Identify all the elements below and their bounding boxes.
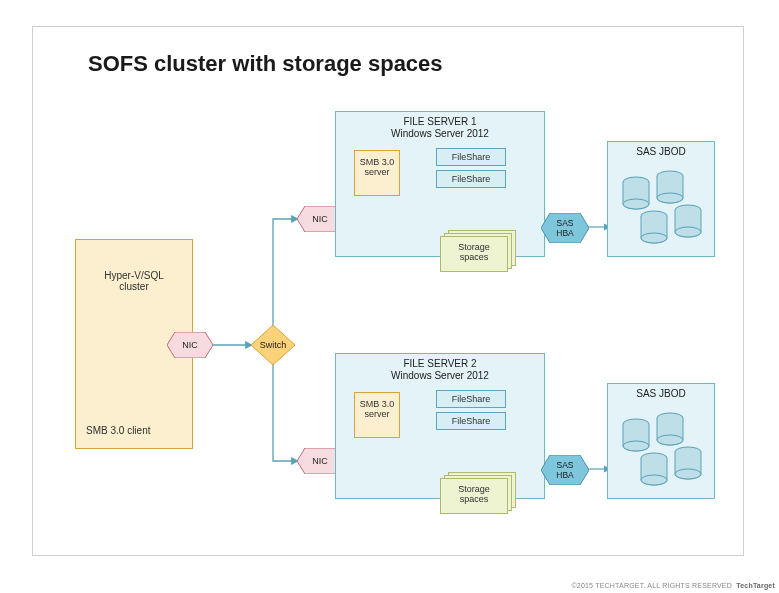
sas-hba-1: SAS HBA [541, 213, 589, 243]
svg-point-11 [657, 193, 683, 203]
svg-point-20 [623, 441, 649, 451]
storage-spaces-1: Storage spaces [440, 236, 520, 276]
svg-point-8 [623, 199, 649, 209]
server2-header: FILE SERVER 2 Windows Server 2012 [336, 354, 544, 382]
footer: ©2015 TECHTARGET. ALL RIGHTS RESERVED Te… [571, 582, 775, 589]
server1-header: FILE SERVER 1 Windows Server 2012 [336, 112, 544, 140]
file-server-1: FILE SERVER 1 Windows Server 2012 SMB 3.… [335, 111, 545, 257]
diagram-frame: SOFS cluster with storage spaces [32, 26, 744, 556]
client-label: Hyper-V/SQL cluster [76, 262, 192, 300]
fileshare-1a: FileShare [436, 148, 506, 166]
smb-box-1: SMB 3.0 server [354, 150, 400, 196]
svg-point-17 [675, 227, 701, 237]
brand-label: TechTarget [736, 582, 775, 589]
file-server-2: FILE SERVER 2 Windows Server 2012 SMB 3.… [335, 353, 545, 499]
nic-client-hex: NIC [167, 332, 213, 358]
fileshare-1b: FileShare [436, 170, 506, 188]
fileshare-2b: FileShare [436, 412, 506, 430]
jbod-2: SAS JBOD [607, 383, 715, 499]
switch-diamond: Switch [251, 325, 295, 365]
svg-point-14 [641, 233, 667, 243]
svg-point-29 [675, 469, 701, 479]
svg-point-23 [657, 435, 683, 445]
jbod-1: SAS JBOD [607, 141, 715, 257]
smb-box-2: SMB 3.0 server [354, 392, 400, 438]
client-bottom-label: SMB 3.0 client [86, 425, 150, 436]
storage-spaces-2: Storage spaces [440, 478, 520, 518]
svg-point-26 [641, 475, 667, 485]
jbod-1-label: SAS JBOD [608, 142, 714, 158]
fileshare-2a: FileShare [436, 390, 506, 408]
database-icon [608, 162, 716, 254]
database-icon [608, 404, 716, 496]
sas-hba-2: SAS HBA [541, 455, 589, 485]
jbod-2-label: SAS JBOD [608, 384, 714, 400]
